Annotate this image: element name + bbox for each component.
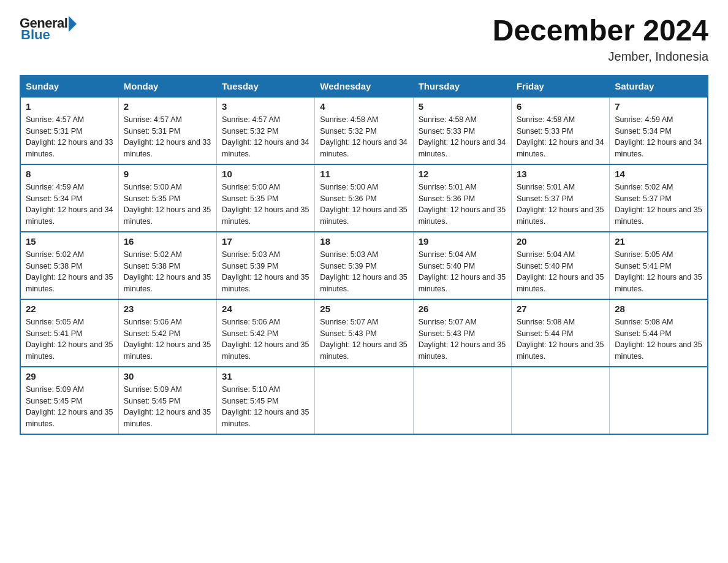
- calendar-cell: 27 Sunrise: 5:08 AMSunset: 5:44 PMDaylig…: [511, 299, 609, 367]
- col-wednesday: Wednesday: [315, 75, 413, 97]
- calendar-cell: 21 Sunrise: 5:05 AMSunset: 5:41 PMDaylig…: [610, 232, 708, 299]
- day-number: 29: [26, 371, 113, 381]
- calendar-cell: 23 Sunrise: 5:06 AMSunset: 5:42 PMDaylig…: [118, 299, 216, 367]
- calendar-cell: 31 Sunrise: 5:10 AMSunset: 5:45 PMDaylig…: [217, 367, 315, 434]
- day-number: 2: [124, 101, 211, 112]
- day-number: 1: [26, 101, 113, 112]
- day-number: 12: [419, 169, 506, 179]
- day-number: 19: [419, 236, 506, 247]
- day-info: Sunrise: 4:58 AMSunset: 5:33 PMDaylight:…: [517, 115, 604, 158]
- day-number: 9: [124, 169, 211, 179]
- day-number: 28: [615, 304, 702, 314]
- calendar-cell: 16 Sunrise: 5:02 AMSunset: 5:38 PMDaylig…: [118, 232, 216, 299]
- calendar-cell: 11 Sunrise: 5:00 AMSunset: 5:36 PMDaylig…: [315, 164, 413, 232]
- day-info: Sunrise: 5:04 AMSunset: 5:40 PMDaylight:…: [419, 250, 506, 293]
- day-number: 6: [517, 101, 604, 112]
- day-number: 20: [517, 236, 604, 247]
- calendar-week-row: 8 Sunrise: 4:59 AMSunset: 5:34 PMDayligh…: [20, 164, 708, 232]
- header-row: Sunday Monday Tuesday Wednesday Thursday…: [20, 75, 708, 97]
- day-number: 8: [26, 169, 113, 179]
- calendar-cell: 1 Sunrise: 4:57 AMSunset: 5:31 PMDayligh…: [20, 97, 118, 164]
- calendar-cell: 15 Sunrise: 5:02 AMSunset: 5:38 PMDaylig…: [20, 232, 118, 299]
- day-info: Sunrise: 4:57 AMSunset: 5:31 PMDaylight:…: [26, 115, 113, 158]
- calendar-cell: 14 Sunrise: 5:02 AMSunset: 5:37 PMDaylig…: [610, 164, 708, 232]
- day-info: Sunrise: 5:04 AMSunset: 5:40 PMDaylight:…: [517, 250, 604, 293]
- day-number: 4: [320, 101, 408, 112]
- calendar-cell: [511, 367, 609, 434]
- day-info: Sunrise: 4:57 AMSunset: 5:31 PMDaylight:…: [124, 115, 211, 158]
- col-sunday: Sunday: [20, 75, 118, 97]
- col-saturday: Saturday: [610, 75, 708, 97]
- calendar-cell: 12 Sunrise: 5:01 AMSunset: 5:36 PMDaylig…: [413, 164, 511, 232]
- calendar-cell: 18 Sunrise: 5:03 AMSunset: 5:39 PMDaylig…: [315, 232, 413, 299]
- page-header: General Blue December 2024 Jember, Indon…: [20, 15, 708, 64]
- logo-blue-text: Blue: [21, 27, 50, 43]
- calendar-cell: 3 Sunrise: 4:57 AMSunset: 5:32 PMDayligh…: [217, 97, 315, 164]
- day-info: Sunrise: 5:07 AMSunset: 5:43 PMDaylight:…: [320, 318, 407, 361]
- calendar-week-row: 29 Sunrise: 5:09 AMSunset: 5:45 PMDaylig…: [20, 367, 708, 434]
- calendar-cell: 20 Sunrise: 5:04 AMSunset: 5:40 PMDaylig…: [511, 232, 609, 299]
- day-number: 30: [124, 371, 211, 381]
- day-number: 23: [124, 304, 211, 314]
- calendar-cell: 25 Sunrise: 5:07 AMSunset: 5:43 PMDaylig…: [315, 299, 413, 367]
- day-number: 13: [517, 169, 604, 179]
- day-info: Sunrise: 4:58 AMSunset: 5:33 PMDaylight:…: [419, 115, 506, 158]
- calendar-cell: [413, 367, 511, 434]
- calendar-cell: 8 Sunrise: 4:59 AMSunset: 5:34 PMDayligh…: [20, 164, 118, 232]
- day-number: 11: [320, 169, 408, 179]
- calendar-cell: 6 Sunrise: 4:58 AMSunset: 5:33 PMDayligh…: [511, 97, 609, 164]
- day-info: Sunrise: 4:59 AMSunset: 5:34 PMDaylight:…: [615, 115, 702, 158]
- day-number: 27: [517, 304, 604, 314]
- day-info: Sunrise: 5:05 AMSunset: 5:41 PMDaylight:…: [615, 250, 702, 293]
- day-number: 31: [222, 371, 309, 381]
- day-info: Sunrise: 5:01 AMSunset: 5:37 PMDaylight:…: [517, 183, 604, 226]
- calendar-cell: 10 Sunrise: 5:00 AMSunset: 5:35 PMDaylig…: [217, 164, 315, 232]
- day-info: Sunrise: 5:02 AMSunset: 5:37 PMDaylight:…: [615, 183, 702, 226]
- calendar-week-row: 1 Sunrise: 4:57 AMSunset: 5:31 PMDayligh…: [20, 97, 708, 164]
- day-number: 22: [26, 304, 113, 314]
- calendar-cell: 17 Sunrise: 5:03 AMSunset: 5:39 PMDaylig…: [217, 232, 315, 299]
- day-info: Sunrise: 5:00 AMSunset: 5:35 PMDaylight:…: [222, 183, 309, 226]
- calendar-table: Sunday Monday Tuesday Wednesday Thursday…: [20, 75, 708, 435]
- day-number: 3: [222, 101, 309, 112]
- calendar-cell: 4 Sunrise: 4:58 AMSunset: 5:32 PMDayligh…: [315, 97, 413, 164]
- day-info: Sunrise: 4:59 AMSunset: 5:34 PMDaylight:…: [26, 183, 113, 226]
- day-info: Sunrise: 5:03 AMSunset: 5:39 PMDaylight:…: [320, 250, 407, 293]
- calendar-cell: 22 Sunrise: 5:05 AMSunset: 5:41 PMDaylig…: [20, 299, 118, 367]
- calendar-cell: [315, 367, 413, 434]
- day-info: Sunrise: 5:07 AMSunset: 5:43 PMDaylight:…: [419, 318, 506, 361]
- day-info: Sunrise: 5:02 AMSunset: 5:38 PMDaylight:…: [26, 250, 113, 293]
- calendar-cell: 13 Sunrise: 5:01 AMSunset: 5:37 PMDaylig…: [511, 164, 609, 232]
- day-number: 10: [222, 169, 309, 179]
- day-info: Sunrise: 5:01 AMSunset: 5:36 PMDaylight:…: [419, 183, 506, 226]
- calendar-cell: 9 Sunrise: 5:00 AMSunset: 5:35 PMDayligh…: [118, 164, 216, 232]
- day-info: Sunrise: 5:06 AMSunset: 5:42 PMDaylight:…: [124, 318, 211, 361]
- day-info: Sunrise: 5:06 AMSunset: 5:42 PMDaylight:…: [222, 318, 309, 361]
- day-info: Sunrise: 5:09 AMSunset: 5:45 PMDaylight:…: [26, 385, 113, 428]
- day-number: 14: [615, 169, 702, 179]
- day-number: 17: [222, 236, 309, 247]
- col-thursday: Thursday: [413, 75, 511, 97]
- calendar-week-row: 22 Sunrise: 5:05 AMSunset: 5:41 PMDaylig…: [20, 299, 708, 367]
- day-info: Sunrise: 4:58 AMSunset: 5:32 PMDaylight:…: [320, 115, 407, 158]
- calendar-cell: 19 Sunrise: 5:04 AMSunset: 5:40 PMDaylig…: [413, 232, 511, 299]
- calendar-cell: 30 Sunrise: 5:09 AMSunset: 5:45 PMDaylig…: [118, 367, 216, 434]
- day-info: Sunrise: 5:03 AMSunset: 5:39 PMDaylight:…: [222, 250, 309, 293]
- calendar-cell: 24 Sunrise: 5:06 AMSunset: 5:42 PMDaylig…: [217, 299, 315, 367]
- day-number: 5: [419, 101, 506, 112]
- day-info: Sunrise: 5:08 AMSunset: 5:44 PMDaylight:…: [517, 318, 604, 361]
- logo: General Blue: [20, 15, 77, 43]
- title-block: December 2024 Jember, Indonesia: [493, 15, 708, 64]
- day-info: Sunrise: 5:09 AMSunset: 5:45 PMDaylight:…: [124, 385, 211, 428]
- day-number: 25: [320, 304, 408, 314]
- day-info: Sunrise: 5:08 AMSunset: 5:44 PMDaylight:…: [615, 318, 702, 361]
- col-tuesday: Tuesday: [217, 75, 315, 97]
- logo-triangle-icon: [69, 16, 77, 32]
- col-monday: Monday: [118, 75, 216, 97]
- calendar-week-row: 15 Sunrise: 5:02 AMSunset: 5:38 PMDaylig…: [20, 232, 708, 299]
- calendar-cell: 5 Sunrise: 4:58 AMSunset: 5:33 PMDayligh…: [413, 97, 511, 164]
- day-number: 21: [615, 236, 702, 247]
- day-number: 15: [26, 236, 113, 247]
- day-info: Sunrise: 5:00 AMSunset: 5:35 PMDaylight:…: [124, 183, 211, 226]
- day-info: Sunrise: 4:57 AMSunset: 5:32 PMDaylight:…: [222, 115, 309, 158]
